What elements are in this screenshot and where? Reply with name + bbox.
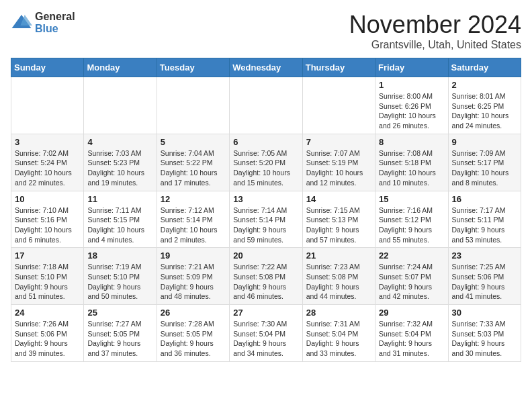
calendar-cell: 5Sunrise: 7:04 AM Sunset: 5:22 PM Daylig… xyxy=(157,134,229,191)
calendar-cell: 18Sunrise: 7:19 AM Sunset: 5:10 PM Dayli… xyxy=(84,248,157,305)
day-info: Sunrise: 7:27 AM Sunset: 5:05 PM Dayligh… xyxy=(87,319,152,359)
day-number: 25 xyxy=(87,308,152,318)
day-number: 4 xyxy=(87,137,152,147)
day-info: Sunrise: 7:15 AM Sunset: 5:13 PM Dayligh… xyxy=(306,205,371,245)
calendar-cell xyxy=(157,77,229,134)
day-info: Sunrise: 7:21 AM Sunset: 5:09 PM Dayligh… xyxy=(161,262,226,302)
day-info: Sunrise: 7:03 AM Sunset: 5:23 PM Dayligh… xyxy=(87,148,152,188)
day-info: Sunrise: 7:26 AM Sunset: 5:06 PM Dayligh… xyxy=(15,319,80,359)
calendar-cell: 14Sunrise: 7:15 AM Sunset: 5:13 PM Dayli… xyxy=(302,191,375,248)
logo-general-text: General xyxy=(35,11,75,23)
calendar-cell: 23Sunrise: 7:25 AM Sunset: 5:06 PM Dayli… xyxy=(448,248,521,305)
day-number: 27 xyxy=(233,308,298,318)
calendar-cell xyxy=(302,77,375,134)
day-number: 11 xyxy=(87,194,152,204)
calendar-cell xyxy=(84,77,157,134)
calendar-cell: 25Sunrise: 7:27 AM Sunset: 5:05 PM Dayli… xyxy=(84,305,157,362)
day-number: 16 xyxy=(452,194,517,204)
calendar-cell: 21Sunrise: 7:23 AM Sunset: 5:08 PM Dayli… xyxy=(302,248,375,305)
day-number: 2 xyxy=(452,80,517,90)
calendar-cell: 2Sunrise: 8:01 AM Sunset: 6:25 PM Daylig… xyxy=(448,77,521,134)
week-row-1: 1Sunrise: 8:00 AM Sunset: 6:26 PM Daylig… xyxy=(11,77,521,134)
day-number: 19 xyxy=(161,250,226,261)
day-number: 17 xyxy=(15,250,80,261)
week-row-5: 24Sunrise: 7:26 AM Sunset: 5:06 PM Dayli… xyxy=(11,305,521,362)
day-number: 3 xyxy=(15,137,80,147)
day-info: Sunrise: 7:02 AM Sunset: 5:24 PM Dayligh… xyxy=(15,148,80,188)
day-number: 22 xyxy=(379,250,444,261)
calendar-cell: 24Sunrise: 7:26 AM Sunset: 5:06 PM Dayli… xyxy=(11,305,84,362)
day-number: 8 xyxy=(379,137,444,147)
day-info: Sunrise: 7:18 AM Sunset: 5:10 PM Dayligh… xyxy=(15,262,80,302)
calendar-cell: 29Sunrise: 7:32 AM Sunset: 5:04 PM Dayli… xyxy=(375,305,448,362)
calendar-cell: 6Sunrise: 7:05 AM Sunset: 5:20 PM Daylig… xyxy=(230,134,302,191)
calendar-cell: 7Sunrise: 7:07 AM Sunset: 5:19 PM Daylig… xyxy=(302,134,375,191)
header-day-monday: Monday xyxy=(84,58,157,77)
calendar-cell: 11Sunrise: 7:11 AM Sunset: 5:15 PM Dayli… xyxy=(84,191,157,248)
day-number: 13 xyxy=(233,194,298,204)
day-number: 6 xyxy=(233,137,298,147)
calendar-table: SundayMondayTuesdayWednesdayThursdayFrid… xyxy=(11,58,521,362)
header-day-sunday: Sunday xyxy=(11,58,84,77)
day-info: Sunrise: 7:14 AM Sunset: 5:14 PM Dayligh… xyxy=(233,205,298,245)
calendar-cell: 3Sunrise: 7:02 AM Sunset: 5:24 PM Daylig… xyxy=(11,134,84,191)
day-info: Sunrise: 8:01 AM Sunset: 6:25 PM Dayligh… xyxy=(452,91,517,131)
day-info: Sunrise: 7:25 AM Sunset: 5:06 PM Dayligh… xyxy=(452,262,517,302)
header-row: SundayMondayTuesdayWednesdayThursdayFrid… xyxy=(11,58,521,77)
calendar-cell: 26Sunrise: 7:28 AM Sunset: 5:05 PM Dayli… xyxy=(157,305,229,362)
day-info: Sunrise: 7:22 AM Sunset: 5:08 PM Dayligh… xyxy=(233,262,298,302)
header-day-tuesday: Tuesday xyxy=(157,58,229,77)
week-row-3: 10Sunrise: 7:10 AM Sunset: 5:16 PM Dayli… xyxy=(11,191,521,248)
day-info: Sunrise: 7:07 AM Sunset: 5:19 PM Dayligh… xyxy=(306,148,371,188)
logo-text: General Blue xyxy=(35,11,75,34)
calendar-header: SundayMondayTuesdayWednesdayThursdayFrid… xyxy=(11,58,521,77)
calendar-cell: 4Sunrise: 7:03 AM Sunset: 5:23 PM Daylig… xyxy=(84,134,157,191)
calendar-cell: 22Sunrise: 7:24 AM Sunset: 5:07 PM Dayli… xyxy=(375,248,448,305)
title-block: November 2024 Grantsville, Utah, United … xyxy=(349,11,521,51)
day-info: Sunrise: 7:05 AM Sunset: 5:20 PM Dayligh… xyxy=(233,148,298,188)
day-info: Sunrise: 7:24 AM Sunset: 5:07 PM Dayligh… xyxy=(379,262,444,302)
day-number: 24 xyxy=(15,308,80,318)
day-number: 10 xyxy=(15,194,80,204)
calendar-cell: 27Sunrise: 7:30 AM Sunset: 5:04 PM Dayli… xyxy=(230,305,302,362)
calendar-cell: 19Sunrise: 7:21 AM Sunset: 5:09 PM Dayli… xyxy=(157,248,229,305)
day-number: 28 xyxy=(306,308,371,318)
day-number: 1 xyxy=(379,80,444,90)
day-info: Sunrise: 7:04 AM Sunset: 5:22 PM Dayligh… xyxy=(161,148,226,188)
calendar-cell xyxy=(230,77,302,134)
day-number: 5 xyxy=(161,137,226,147)
day-info: Sunrise: 7:10 AM Sunset: 5:16 PM Dayligh… xyxy=(15,205,80,245)
day-info: Sunrise: 8:00 AM Sunset: 6:26 PM Dayligh… xyxy=(379,91,444,131)
calendar-cell: 15Sunrise: 7:16 AM Sunset: 5:12 PM Dayli… xyxy=(375,191,448,248)
header-day-saturday: Saturday xyxy=(448,58,521,77)
location-title: Grantsville, Utah, United States xyxy=(349,39,521,51)
day-info: Sunrise: 7:17 AM Sunset: 5:11 PM Dayligh… xyxy=(452,205,517,245)
day-info: Sunrise: 7:08 AM Sunset: 5:18 PM Dayligh… xyxy=(379,148,444,188)
calendar-cell: 20Sunrise: 7:22 AM Sunset: 5:08 PM Dayli… xyxy=(230,248,302,305)
day-number: 20 xyxy=(233,250,298,261)
day-number: 26 xyxy=(161,308,226,318)
day-number: 18 xyxy=(87,250,152,261)
day-number: 7 xyxy=(306,137,371,147)
header-day-friday: Friday xyxy=(375,58,448,77)
day-number: 21 xyxy=(306,250,371,261)
calendar-cell: 30Sunrise: 7:33 AM Sunset: 5:03 PM Dayli… xyxy=(448,305,521,362)
calendar-cell: 1Sunrise: 8:00 AM Sunset: 6:26 PM Daylig… xyxy=(375,77,448,134)
day-number: 15 xyxy=(379,194,444,204)
week-row-2: 3Sunrise: 7:02 AM Sunset: 5:24 PM Daylig… xyxy=(11,134,521,191)
logo: General Blue xyxy=(11,11,75,34)
day-number: 29 xyxy=(379,308,444,318)
calendar-cell: 17Sunrise: 7:18 AM Sunset: 5:10 PM Dayli… xyxy=(11,248,84,305)
day-info: Sunrise: 7:30 AM Sunset: 5:04 PM Dayligh… xyxy=(233,319,298,359)
calendar-cell: 13Sunrise: 7:14 AM Sunset: 5:14 PM Dayli… xyxy=(230,191,302,248)
calendar-cell: 9Sunrise: 7:09 AM Sunset: 5:17 PM Daylig… xyxy=(448,134,521,191)
calendar-cell: 8Sunrise: 7:08 AM Sunset: 5:18 PM Daylig… xyxy=(375,134,448,191)
month-title: November 2024 xyxy=(349,11,521,39)
calendar-cell: 28Sunrise: 7:31 AM Sunset: 5:04 PM Dayli… xyxy=(302,305,375,362)
day-number: 23 xyxy=(452,250,517,261)
header-day-wednesday: Wednesday xyxy=(230,58,302,77)
day-info: Sunrise: 7:33 AM Sunset: 5:03 PM Dayligh… xyxy=(452,319,517,359)
day-info: Sunrise: 7:11 AM Sunset: 5:15 PM Dayligh… xyxy=(87,205,152,245)
day-number: 9 xyxy=(452,137,517,147)
calendar-cell: 10Sunrise: 7:10 AM Sunset: 5:16 PM Dayli… xyxy=(11,191,84,248)
